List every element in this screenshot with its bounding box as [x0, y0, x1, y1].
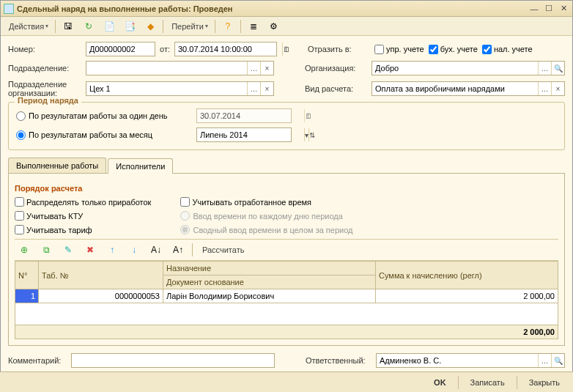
help-icon[interactable]: ? [218, 19, 237, 34]
move-down-icon[interactable]: ↓ [125, 243, 144, 257]
edit-row-icon[interactable]: ✎ [59, 243, 78, 257]
col-assign[interactable]: Назначение [163, 262, 376, 275]
close-form-button[interactable]: Закрыть [522, 376, 567, 389]
period-group: Период наряда По результатам работы за о… [8, 102, 565, 150]
select-icon[interactable]: … [538, 82, 551, 95]
calendar-icon[interactable]: 🗓 [304, 109, 312, 122]
radio-daily: Ввод времени по каждому дню периода [180, 211, 352, 221]
unit-field[interactable]: …× [86, 61, 274, 75]
add-copy-icon[interactable]: ⧉ [37, 243, 56, 257]
chk-mgmt[interactable]: упр. учете [374, 45, 424, 54]
maximize-button[interactable]: ☐ [543, 4, 555, 14]
radio-day[interactable]: По результатам работы за один день [16, 111, 192, 121]
refresh-icon[interactable]: ↻ [79, 19, 98, 34]
tabs: Выполненные работы Исполнители [8, 158, 565, 174]
org-field[interactable]: …🔍 [371, 61, 565, 75]
col-tab[interactable]: Таб. № [39, 262, 163, 289]
unit-org-field[interactable]: …× [86, 81, 274, 96]
report-icon[interactable]: 📄 [100, 19, 119, 34]
titlebar: Сдельный наряд на выполненные работы: Пр… [1, 1, 572, 17]
calendar-icon[interactable]: 🗓 [282, 42, 290, 56]
period-legend: Период наряда [15, 96, 81, 105]
clear-icon[interactable]: × [260, 82, 273, 95]
radio-summary: Сводный ввод времени в целом за период [180, 225, 352, 234]
list-settings-icon[interactable]: ≣ [244, 19, 263, 34]
chk-ktu[interactable]: Учитывать КТУ [15, 211, 151, 221]
bottom-bar: OK Записать Закрыть [0, 371, 573, 392]
go-icon[interactable]: ◆ [141, 19, 160, 34]
select-icon[interactable]: … [247, 62, 260, 75]
based-on-icon[interactable]: 📑 [120, 19, 139, 34]
close-button[interactable]: ✕ [558, 4, 569, 14]
label-calc-type: Вид расчета: [305, 84, 367, 93]
col-basis[interactable]: Документ основание [163, 275, 376, 289]
grid-toolbar: ⊕ ⧉ ✎ ✖ ↑ ↓ A↓ A↑ Рассчитать [15, 239, 558, 261]
label-org: Организация: [305, 64, 367, 73]
responsible-field[interactable]: …🔍 [376, 353, 565, 368]
delete-row-icon[interactable]: ✖ [81, 243, 100, 257]
tab-performers[interactable]: Исполнители [108, 158, 173, 174]
label-from: от: [160, 45, 170, 53]
select-icon[interactable]: … [538, 354, 551, 367]
label-unit: Подразделение: [8, 64, 81, 73]
move-up-icon[interactable]: ↑ [103, 243, 122, 257]
comment-field[interactable] [71, 353, 275, 368]
label-responsible: Ответственный: [306, 356, 371, 365]
chk-tariff[interactable]: Учитывать тариф [15, 225, 151, 234]
label-unit-org: Подразделение организации: [8, 80, 81, 97]
select-icon[interactable]: … [247, 82, 260, 95]
chk-tax[interactable]: нал. учете [482, 45, 533, 54]
calc-type-field[interactable]: …× [371, 81, 565, 96]
configure-icon[interactable]: ⚙ [265, 19, 284, 34]
clear-icon[interactable]: × [260, 62, 273, 75]
performers-table: N° Таб. № Назначение Сумма к начислению … [15, 261, 558, 339]
label-reflect: Отразить в: [308, 45, 370, 53]
select-icon[interactable]: … [538, 62, 551, 75]
table-row[interactable]: 1 0000000053 Ларін Володимир Борисович 2… [15, 289, 558, 303]
window-title: Сдельный наряд на выполненные работы: Пр… [17, 4, 525, 13]
clear-icon[interactable]: × [551, 82, 564, 95]
spinner-icon[interactable]: ⇅ [308, 128, 315, 141]
chk-time[interactable]: Учитывать отработанное время [180, 197, 352, 207]
document-icon [4, 4, 14, 14]
radio-month[interactable]: По результатам работы за месяц [16, 130, 192, 140]
label-comment: Комментарий: [8, 356, 67, 365]
sort-desc-icon[interactable]: A↑ [169, 243, 188, 257]
goto-menu[interactable]: Перейти▾ [166, 19, 212, 34]
col-n[interactable]: N° [15, 262, 39, 289]
calc-order-title: Порядок расчета [15, 184, 558, 193]
open-icon[interactable]: 🔍 [551, 62, 564, 75]
period-month-field[interactable]: ▾⇅ [196, 127, 292, 142]
main-toolbar: Действия▾ 🖫 ↻ 📄 📑 ◆ Перейти▾ ? ≣ ⚙ [1, 17, 572, 36]
number-field[interactable] [86, 42, 155, 56]
open-icon[interactable]: 🔍 [551, 354, 564, 367]
period-date-field[interactable]: 🗓 [196, 108, 292, 123]
col-sum[interactable]: Сумма к начислению (регл) [376, 262, 558, 289]
ok-button[interactable]: OK [426, 376, 454, 389]
tab-works[interactable]: Выполненные работы [8, 158, 106, 173]
calculate-button[interactable]: Рассчитать [197, 243, 248, 257]
add-row-icon[interactable]: ⊕ [15, 243, 34, 257]
date-field[interactable]: 🗓 [174, 42, 277, 56]
sort-asc-icon[interactable]: A↓ [147, 243, 166, 257]
save-button[interactable]: Записать [463, 376, 512, 389]
actions-menu[interactable]: Действия▾ [4, 19, 52, 34]
chk-acc[interactable]: бух. учете [429, 45, 478, 54]
label-number: Номер: [8, 45, 81, 53]
table-empty-row [15, 303, 558, 325]
post-icon[interactable]: 🖫 [59, 19, 78, 34]
chk-surplus[interactable]: Распределять только приработок [15, 197, 151, 207]
minimize-button[interactable]: — [528, 4, 540, 14]
table-total-row: 2 000,00 [15, 325, 558, 339]
